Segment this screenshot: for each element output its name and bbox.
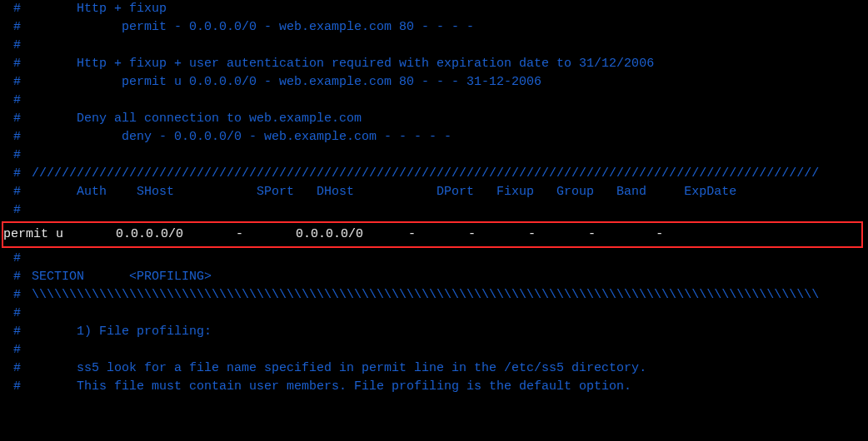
comment-hash: # [0, 0, 32, 18]
comment-hash: # [0, 55, 32, 73]
comment-hash: # [0, 359, 32, 378]
comment-hash: # [0, 268, 32, 286]
config-line: # permit u 0.0.0.0/0 - web.example.com 8… [0, 73, 868, 92]
config-line: # [0, 250, 868, 268]
config-line: # [0, 37, 868, 55]
comment-hash: # [0, 323, 32, 341]
section-line: # SECTION <PROFILING> [0, 268, 868, 286]
comment-hash: # [0, 165, 32, 183]
comment-hash: # [0, 286, 32, 305]
table-header: Auth SHost SPort DHost DPort Fixup Group… [32, 183, 736, 201]
config-line: # 1) File profiling: [0, 323, 868, 341]
divider-forward: ////////////////////////////////////////… [32, 165, 819, 183]
divider-line: # //////////////////////////////////////… [0, 165, 868, 183]
table-header-line: # Auth SHost SPort DHost DPort Fixup Gro… [0, 183, 868, 201]
terminal-screen[interactable]: # Http + fixup # permit - 0.0.0.0/0 - we… [0, 0, 868, 396]
comment-hash: # [0, 305, 32, 323]
config-line: # Http + fixup [0, 0, 868, 18]
divider-line: # \\\\\\\\\\\\\\\\\\\\\\\\\\\\\\\\\\\\\\… [0, 286, 868, 305]
comment-text: This file must contain user members. Fil… [32, 378, 631, 396]
comment-hash: # [0, 183, 32, 201]
config-line: # deny - 0.0.0.0/0 - web.example.com - -… [0, 128, 868, 146]
config-line: # [0, 341, 868, 359]
comment-text: deny - 0.0.0.0/0 - web.example.com - - -… [32, 128, 451, 146]
comment-hash: # [0, 110, 32, 128]
comment-text: Http + fixup [32, 0, 167, 18]
active-rule-highlight: permit u 0.0.0.0/0 - 0.0.0.0/0 - - - - - [2, 221, 863, 248]
config-line: # [0, 146, 868, 165]
config-line: # [0, 305, 868, 323]
comment-text: permit u 0.0.0.0/0 - web.example.com 80 … [32, 73, 541, 92]
comment-hash: # [0, 378, 32, 396]
comment-hash: # [0, 18, 32, 37]
comment-hash: # [0, 73, 32, 92]
comment-hash: # [0, 92, 32, 110]
comment-text: Http + fixup + user autentication requir… [32, 55, 654, 73]
comment-text: 1) File profiling: [32, 323, 212, 341]
comment-hash: # [0, 37, 32, 55]
config-line: # permit - 0.0.0.0/0 - web.example.com 8… [0, 18, 868, 37]
section-label: SECTION <PROFILING> [32, 268, 212, 286]
config-line: # [0, 201, 868, 220]
comment-text: Deny all connection to web.example.com [32, 110, 362, 128]
comment-hash: # [0, 250, 32, 268]
permit-rule-row: permit u 0.0.0.0/0 - 0.0.0.0/0 - - - - - [3, 226, 861, 243]
comment-text: ss5 look for a file name specified in pe… [32, 359, 646, 378]
comment-text: permit - 0.0.0.0/0 - web.example.com 80 … [32, 18, 474, 37]
config-line: # Http + fixup + user autentication requ… [0, 55, 868, 73]
config-line: # This file must contain user members. F… [0, 378, 868, 396]
comment-hash: # [0, 146, 32, 165]
comment-hash: # [0, 201, 32, 220]
comment-hash: # [0, 341, 32, 359]
config-line: # ss5 look for a file name specified in … [0, 359, 868, 378]
divider-backward: \\\\\\\\\\\\\\\\\\\\\\\\\\\\\\\\\\\\\\\\… [32, 286, 819, 305]
config-line: # [0, 92, 868, 110]
comment-hash: # [0, 128, 32, 146]
config-line: # Deny all connection to web.example.com [0, 110, 868, 128]
